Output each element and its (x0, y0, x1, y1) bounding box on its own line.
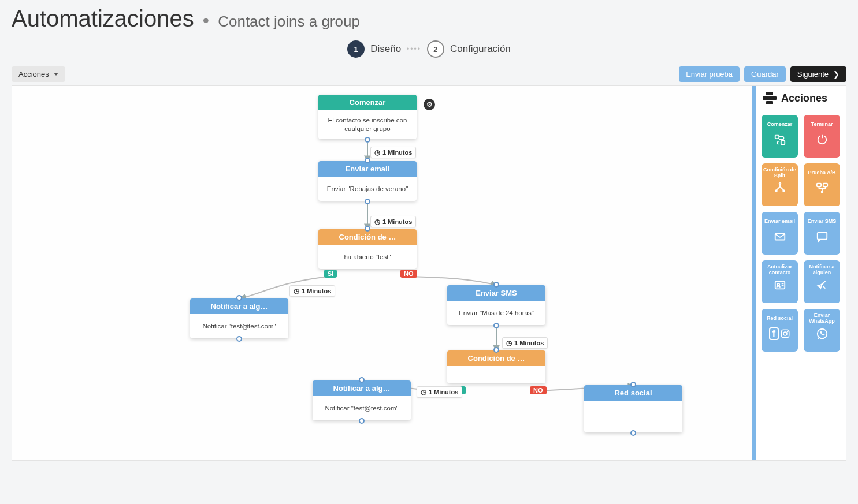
action-tile-social[interactable]: Red socialf (762, 309, 798, 352)
notify-icon (816, 279, 829, 292)
tile-label: Red social (767, 312, 793, 325)
step-2-badge[interactable]: 2 (427, 40, 444, 58)
blocks-icon (763, 92, 777, 104)
node-email-body: Enviar "Rebajas de verano" (318, 177, 417, 201)
node-start-title: Comenzar (318, 95, 417, 110)
action-tile-stop[interactable]: Terminar (804, 115, 840, 158)
delay-chip[interactable]: 1 Minutos (370, 216, 416, 227)
stepper: 1 Diseño •••• 2 Configuración (12, 40, 846, 58)
port[interactable] (365, 137, 370, 143)
node-social[interactable]: Red social (584, 385, 682, 432)
action-tile-ab[interactable]: Prueba A/B (804, 163, 840, 206)
action-tile-start[interactable]: Comenzar (762, 115, 798, 158)
tile-label: Enviar SMS (808, 215, 837, 228)
node-cond1-title: Condición de … (318, 229, 417, 245)
next-button[interactable]: Siguiente ❯ (790, 66, 846, 82)
step-1-badge[interactable]: 1 (347, 40, 365, 58)
node-start[interactable]: Comenzar El contacto se inscribe con cua… (318, 95, 417, 139)
node-sms-title: Enviar SMS (447, 285, 545, 301)
node-start-body: El contacto se inscribe con cualquier gr… (318, 110, 417, 139)
delay-chip[interactable]: 1 Minutos (289, 285, 335, 297)
port[interactable] (236, 336, 242, 342)
tile-label: Prueba A/B (808, 167, 835, 180)
condition-no-tag: NO (400, 270, 417, 278)
sms-icon (816, 230, 829, 243)
delay-label: 1 Minutos (382, 218, 412, 225)
node-sms-body: Enviar "Más de 24 horas" (447, 301, 545, 325)
svg-rect-0 (775, 135, 778, 139)
send-test-button[interactable]: Enviar prueba (679, 66, 740, 82)
delay-chip[interactable]: 1 Minutos (502, 337, 548, 349)
node-cond2-title: Condición de … (447, 350, 545, 366)
port[interactable] (630, 382, 636, 387)
page-subtitle: Contact joins a group (218, 13, 360, 30)
contact-icon (774, 279, 786, 292)
port[interactable] (236, 295, 242, 301)
delay-label: 1 Minutos (514, 339, 544, 346)
port[interactable] (493, 282, 499, 288)
actions-dropdown-label: Acciones (18, 70, 49, 79)
delay-chip[interactable]: 1 Minutos (370, 147, 416, 158)
sidebar-title: Acciones (781, 92, 827, 104)
node-condition-1[interactable]: Condición de … ha abierto "test" (318, 229, 417, 269)
actions-sidebar: Acciones ComenzarTerminarCondición de Sp… (756, 86, 846, 460)
action-tile-sms[interactable]: Enviar SMS (804, 212, 840, 255)
port[interactable] (359, 377, 365, 383)
action-tile-split[interactable]: Condición de Split (762, 163, 798, 206)
step-1-label: Diseño (370, 43, 401, 55)
port[interactable] (493, 347, 499, 353)
port[interactable] (493, 323, 499, 328)
chevron-right-icon: ❯ (833, 70, 840, 79)
svg-point-11 (777, 283, 779, 286)
tile-label: Enviar WhatsApp (805, 312, 839, 325)
page-title: Automatizaciones (12, 6, 194, 31)
tile-label: Notificar a alguien (805, 264, 839, 277)
action-tile-contact[interactable]: Actualizar contacto (762, 260, 798, 303)
action-tile-notify[interactable]: Notificar a alguien (804, 260, 840, 303)
node-notify-2[interactable]: Notificar a alg… Notificar "test@test.co… (313, 380, 411, 420)
action-tile-mail[interactable]: Enviar email (762, 212, 798, 255)
node-cond1-body: ha abierto "test" (318, 245, 417, 269)
split-icon (774, 182, 786, 195)
node-social-title: Red social (584, 385, 682, 401)
condition-no-tag: NO (530, 386, 547, 394)
svg-rect-9 (817, 233, 827, 240)
node-notify1-title: Notificar a alg… (190, 298, 288, 314)
tile-label: Enviar email (764, 215, 795, 228)
svg-point-17 (817, 329, 827, 339)
tile-label: Comenzar (767, 118, 793, 131)
port[interactable] (365, 226, 370, 232)
port[interactable] (630, 430, 636, 436)
port[interactable] (365, 158, 370, 163)
title-separator: • (200, 10, 211, 31)
node-cond2-body (447, 366, 545, 383)
condition-yes-tag: SI (324, 270, 337, 278)
actions-dropdown[interactable]: Acciones (12, 66, 65, 82)
delay-chip[interactable]: 1 Minutos (417, 386, 462, 398)
svg-point-16 (788, 331, 789, 332)
save-button[interactable]: Guardar (744, 66, 786, 82)
node-notify2-body: Notificar "test@test.com" (313, 396, 411, 420)
ab-icon (816, 182, 829, 195)
start-icon (774, 133, 786, 146)
svg-rect-5 (816, 184, 820, 187)
flow-canvas[interactable]: Comenzar El contacto se inscribe con cua… (12, 86, 752, 460)
gear-icon[interactable]: ⚙ (424, 99, 435, 110)
node-send-sms[interactable]: Enviar SMS Enviar "Más de 24 horas" (447, 285, 545, 325)
page-title-row: Automatizaciones • Contact joins a group (12, 6, 846, 32)
next-button-label: Siguiente (797, 70, 829, 79)
svg-point-3 (775, 190, 777, 192)
node-condition-2[interactable]: Condición de … (447, 350, 545, 383)
social-icon: f (769, 327, 790, 340)
node-social-body (584, 401, 682, 432)
node-send-email[interactable]: Enviar email Enviar "Rebajas de verano" (318, 161, 417, 201)
delay-label: 1 Minutos (302, 288, 331, 294)
node-notify-1[interactable]: Notificar a alg… Notificar "test@test.co… (190, 298, 288, 338)
action-tile-whatsapp[interactable]: Enviar WhatsApp (804, 309, 840, 352)
port[interactable] (359, 418, 365, 424)
node-email-title: Enviar email (318, 161, 417, 177)
mail-icon (774, 230, 786, 243)
tile-label: Terminar (811, 118, 833, 131)
port[interactable] (365, 199, 370, 204)
tile-label: Condición de Split (763, 167, 797, 180)
